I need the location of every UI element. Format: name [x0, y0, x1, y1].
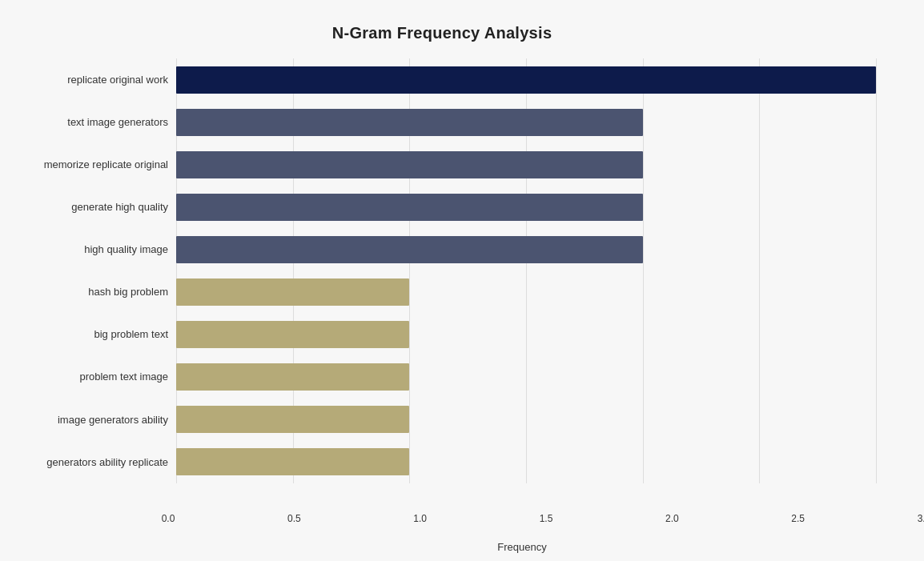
bar: [176, 321, 409, 348]
bar-row: [176, 314, 876, 355]
x-axis-label: Frequency: [168, 541, 876, 553]
bar-row: [176, 441, 876, 483]
y-label: image generators ability: [58, 399, 168, 440]
x-tick: 1.0: [413, 513, 427, 524]
bar: [176, 448, 409, 475]
bar-row: [176, 229, 876, 270]
bar: [176, 278, 409, 306]
y-label: text image generators: [67, 102, 168, 143]
x-tick: 2.0: [665, 513, 679, 524]
bar-row: [176, 102, 876, 143]
bar-row: [176, 271, 876, 313]
x-tick: 3.0: [918, 513, 924, 524]
y-label: high quality image: [84, 229, 168, 270]
bar-row: [176, 356, 876, 398]
x-tick: 0.5: [287, 513, 301, 524]
bar: [176, 363, 409, 391]
x-tick: 0.0: [162, 513, 175, 524]
grid-line: [876, 58, 877, 483]
bar: [176, 194, 643, 221]
bar: [176, 109, 643, 136]
bar-row: [176, 144, 876, 186]
y-label: generators ability replicate: [46, 441, 168, 483]
bar-row: [176, 186, 876, 228]
plot-area: [176, 58, 876, 483]
x-tick: 1.5: [540, 513, 553, 524]
bar-row: [176, 59, 876, 101]
y-label: replicate original work: [67, 59, 168, 101]
y-axis: replicate original worktext image genera…: [8, 58, 176, 483]
chart-container: N-Gram Frequency Analysis replicate orig…: [0, 0, 924, 561]
bar: [176, 66, 876, 94]
y-label: big problem text: [94, 314, 169, 355]
bar-row: [176, 399, 876, 440]
bar: [176, 151, 643, 178]
y-label: memorize replicate original: [44, 144, 168, 186]
bar: [176, 236, 643, 263]
x-tick: 2.5: [791, 513, 805, 524]
y-label: problem text image: [79, 356, 168, 398]
y-label: generate high quality: [71, 186, 168, 228]
chart-area: replicate original worktext image genera…: [8, 58, 876, 483]
bar: [176, 406, 409, 433]
y-label: hash big problem: [88, 271, 168, 313]
chart-title: N-Gram Frequency Analysis: [8, 24, 876, 42]
